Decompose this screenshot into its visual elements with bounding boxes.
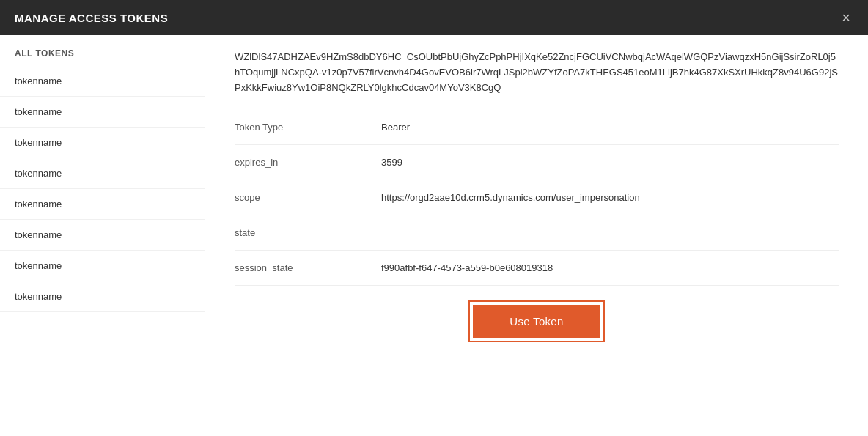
field-value: 3599 [381, 145, 839, 180]
modal-overlay: MANAGE ACCESS TOKENS × ALL TOKENS tokenn… [0, 0, 868, 436]
table-row: expires_in 3599 [235, 145, 839, 180]
list-item[interactable]: tokenname [0, 281, 205, 312]
modal-body: ALL TOKENS tokenname tokenname tokenname… [0, 35, 868, 436]
list-item[interactable]: tokenname [0, 189, 205, 220]
list-item[interactable]: tokenname [0, 97, 205, 128]
field-name: expires_in [235, 145, 381, 180]
use-token-button[interactable]: Use Token [473, 305, 600, 338]
use-token-wrapper: Use Token [468, 300, 604, 342]
list-item[interactable]: tokenname [0, 66, 205, 97]
field-value: https://orgd2aae10d.crm5.dynamics.com/us… [381, 180, 839, 215]
close-button[interactable]: × [839, 10, 853, 25]
use-token-container: Use Token [235, 286, 839, 350]
token-value: WZlDlS47ADHZAEv9HZmS8dbDY6HC_CsOUbtPbUjG… [235, 50, 839, 95]
field-name: state [235, 215, 381, 251]
list-item[interactable]: tokenname [0, 128, 205, 158]
token-list: tokenname tokenname tokenname tokenname … [0, 66, 205, 312]
list-item[interactable]: tokenname [0, 220, 205, 251]
list-item[interactable]: tokenname [0, 251, 205, 281]
list-item[interactable]: tokenname [0, 158, 205, 189]
table-row: state [235, 215, 839, 251]
field-name: session_state [235, 251, 381, 286]
detail-table: Token Type Bearer expires_in 3599 scope … [235, 110, 839, 286]
field-value: Bearer [381, 110, 839, 145]
modal: MANAGE ACCESS TOKENS × ALL TOKENS tokenn… [0, 0, 868, 436]
content-area: WZlDlS47ADHZAEv9HZmS8dbDY6HC_CsOUbtPbUjG… [205, 35, 868, 436]
modal-title: MANAGE ACCESS TOKENS [15, 12, 168, 24]
table-row: session_state f990afbf-f647-4573-a559-b0… [235, 251, 839, 286]
table-row: Token Type Bearer [235, 110, 839, 145]
all-tokens-label: ALL TOKENS [0, 35, 205, 66]
sidebar: ALL TOKENS tokenname tokenname tokenname… [0, 35, 205, 436]
modal-header: MANAGE ACCESS TOKENS × [0, 0, 868, 35]
field-name: scope [235, 180, 381, 215]
table-row: scope https://orgd2aae10d.crm5.dynamics.… [235, 180, 839, 215]
field-name: Token Type [235, 110, 381, 145]
field-value [381, 215, 839, 251]
field-value: f990afbf-f647-4573-a559-b0e608019318 [381, 251, 839, 286]
